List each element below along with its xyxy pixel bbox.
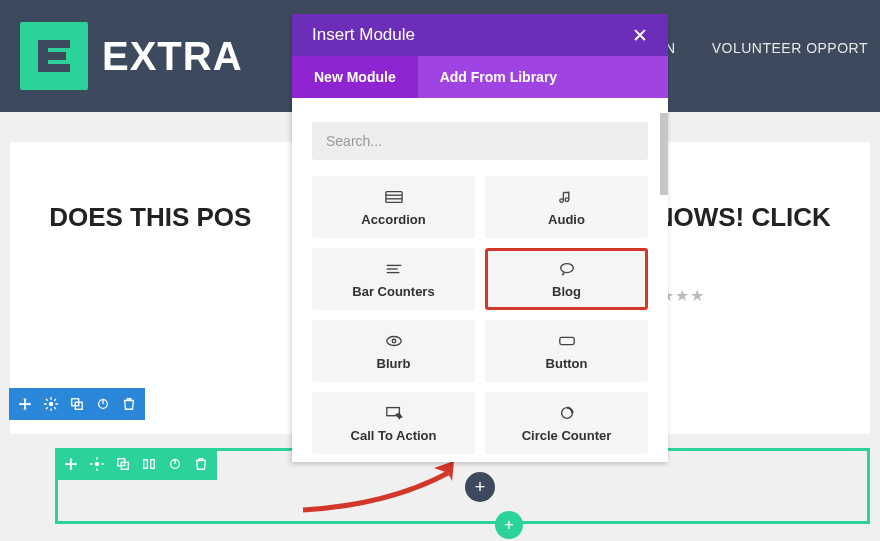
duplicate-icon[interactable]: [69, 396, 85, 412]
module-label: Blurb: [377, 356, 411, 371]
modal-body: Accordion Audio Bar Counters Blog Blurb: [292, 98, 668, 462]
search-input[interactable]: [312, 122, 648, 160]
tab-add-from-library[interactable]: Add From Library: [418, 56, 579, 98]
tab-new-module[interactable]: New Module: [292, 56, 418, 98]
svg-point-0: [49, 402, 53, 406]
module-label: Button: [546, 356, 588, 371]
gear-icon[interactable]: [89, 456, 105, 472]
module-accordion[interactable]: Accordion: [312, 176, 475, 238]
modal-title: Insert Module: [312, 25, 415, 45]
module-grid: Accordion Audio Bar Counters Blog Blurb: [312, 176, 648, 454]
module-blurb[interactable]: Blurb: [312, 320, 475, 382]
audio-icon: [558, 188, 576, 206]
button-icon: [558, 332, 576, 350]
chat-icon: [558, 260, 576, 278]
module-label: Bar Counters: [352, 284, 434, 299]
insert-module-modal: Insert Module ✕ New Module Add From Libr…: [292, 14, 668, 462]
svg-point-19: [386, 336, 400, 345]
logo-icon[interactable]: [20, 22, 88, 90]
nav-links: N VOLUNTEER OPPORT: [665, 40, 868, 56]
modal-tabs: New Module Add From Library: [292, 56, 668, 98]
bars-icon: [385, 260, 403, 278]
module-label: Circle Counter: [522, 428, 612, 443]
svg-point-20: [392, 339, 396, 343]
module-label: Call To Action: [351, 428, 437, 443]
module-blog[interactable]: Blog: [485, 248, 648, 310]
circle-icon: [558, 404, 576, 422]
nav-link-2[interactable]: VOLUNTEER OPPORT: [712, 40, 868, 56]
gear-icon[interactable]: [43, 396, 59, 412]
module-button[interactable]: Button: [485, 320, 648, 382]
svg-rect-8: [144, 460, 148, 469]
add-module-button[interactable]: +: [465, 472, 495, 502]
module-audio[interactable]: Audio: [485, 176, 648, 238]
duplicate-icon[interactable]: [115, 456, 131, 472]
accordion-icon: [385, 188, 403, 206]
close-icon[interactable]: ✕: [632, 24, 648, 47]
trash-icon[interactable]: [193, 456, 209, 472]
svg-point-5: [95, 462, 99, 466]
scrollbar-thumb[interactable]: [660, 113, 668, 195]
module-label: Accordion: [361, 212, 425, 227]
power-icon[interactable]: [167, 456, 183, 472]
section-toolbar[interactable]: [9, 388, 145, 420]
row-toolbar[interactable]: [55, 448, 217, 480]
module-label: Audio: [548, 212, 585, 227]
eye-icon: [385, 332, 403, 350]
add-row-button[interactable]: +: [495, 511, 523, 539]
module-bar-counters[interactable]: Bar Counters: [312, 248, 475, 310]
power-icon[interactable]: [95, 396, 111, 412]
module-call-to-action[interactable]: Call To Action: [312, 392, 475, 454]
cta-icon: [385, 404, 403, 422]
svg-rect-12: [385, 191, 401, 202]
post-title-left: DOES THIS POS: [49, 202, 251, 232]
logo-text: EXTRA: [102, 34, 243, 79]
svg-rect-21: [559, 337, 573, 344]
modal-header: Insert Module ✕: [292, 14, 668, 56]
svg-point-18: [560, 263, 573, 272]
columns-icon[interactable]: [141, 456, 157, 472]
trash-icon[interactable]: [121, 396, 137, 412]
module-label: Blog: [552, 284, 581, 299]
svg-rect-9: [151, 460, 155, 469]
move-icon[interactable]: [17, 396, 33, 412]
move-icon[interactable]: [63, 456, 79, 472]
module-circle-counter[interactable]: Circle Counter: [485, 392, 648, 454]
scrollbar[interactable]: [660, 113, 668, 473]
